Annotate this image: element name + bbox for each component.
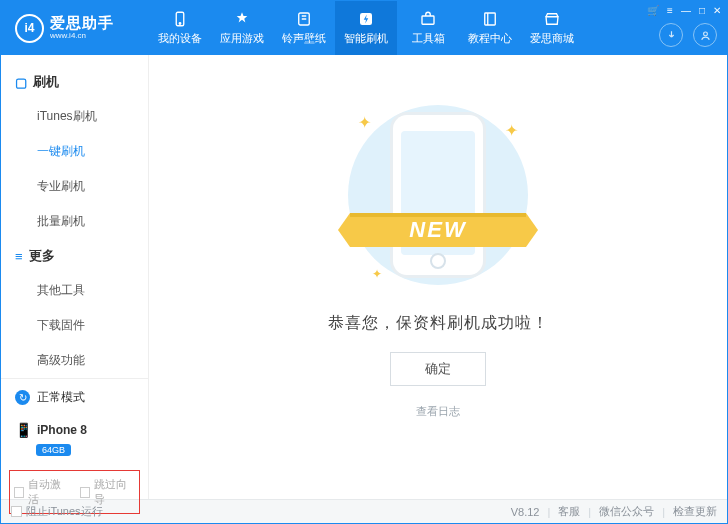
nav-label: 教程中心: [468, 31, 512, 46]
sidebar-item[interactable]: iTunes刷机: [1, 99, 148, 134]
user-button[interactable]: [693, 23, 717, 47]
maximize-icon[interactable]: □: [699, 5, 705, 16]
sidebar-group-label: 刷机: [33, 73, 59, 91]
device-row[interactable]: 📱 iPhone 8: [1, 416, 148, 439]
storage-badge: 64GB: [36, 444, 71, 456]
shop-icon: [542, 10, 562, 28]
nav-toolbox[interactable]: 工具箱: [397, 1, 459, 55]
logo-name: 爱思助手: [50, 15, 114, 32]
phone-icon: [170, 10, 190, 28]
sparkle-icon: ✦: [358, 113, 371, 132]
svg-rect-4: [422, 16, 434, 24]
nav-label: 我的设备: [158, 31, 202, 46]
logo-icon: i4: [15, 14, 44, 43]
phone-icon: 📱: [15, 422, 30, 437]
nav-phone[interactable]: 我的设备: [149, 1, 211, 55]
auto-activate-checkbox[interactable]: 自动激活: [14, 477, 70, 507]
svg-rect-5: [485, 13, 496, 25]
skip-guide-checkbox[interactable]: 跳过向导: [80, 477, 136, 507]
nav-label: 智能刷机: [344, 31, 388, 46]
nav-shop[interactable]: 爱思商城: [521, 1, 583, 55]
nav-label: 应用游戏: [220, 31, 264, 46]
sidebar-item[interactable]: 专业刷机: [1, 169, 148, 204]
flash-icon: [356, 10, 376, 28]
nav-book[interactable]: 教程中心: [459, 1, 521, 55]
device-mode-label: 正常模式: [37, 389, 85, 406]
minimize-icon[interactable]: —: [681, 5, 691, 16]
device-name: iPhone 8: [37, 423, 87, 437]
nav-apps[interactable]: 应用游戏: [211, 1, 273, 55]
svg-point-1: [179, 23, 181, 25]
device-mode[interactable]: ↻ 正常模式: [1, 379, 148, 416]
close-icon[interactable]: ✕: [713, 5, 721, 16]
list-icon: ≡: [15, 249, 23, 264]
nav-ring[interactable]: 铃声壁纸: [273, 1, 335, 55]
support-link[interactable]: 客服: [558, 504, 580, 519]
title-bar: i4 爱思助手 www.i4.cn 我的设备应用游戏铃声壁纸智能刷机工具箱教程中…: [1, 1, 727, 55]
window-controls: 🛒 ≡ — □ ✕: [647, 5, 721, 16]
download-button[interactable]: [659, 23, 683, 47]
cart-icon[interactable]: 🛒: [647, 5, 659, 16]
view-log-link[interactable]: 查看日志: [416, 404, 460, 419]
nav-label: 铃声壁纸: [282, 31, 326, 46]
wechat-link[interactable]: 微信公众号: [599, 504, 654, 519]
sidebar-group-flash[interactable]: ▢ 刷机: [1, 65, 148, 99]
sidebar-item[interactable]: 一键刷机: [1, 134, 148, 169]
apps-icon: [232, 10, 252, 28]
success-illustration: ✦ ✦ ✦ NEW: [328, 95, 548, 295]
logo-url: www.i4.cn: [50, 32, 114, 41]
nav-label: 爱思商城: [530, 31, 574, 46]
svg-point-7: [703, 31, 707, 35]
sidebar-item[interactable]: 批量刷机: [1, 204, 148, 239]
sidebar-item[interactable]: 高级功能: [1, 343, 148, 378]
refresh-icon: ↻: [15, 390, 30, 405]
version-label: V8.12: [511, 506, 540, 518]
ok-button[interactable]: 确定: [390, 352, 486, 386]
toolbox-icon: [418, 10, 438, 28]
sparkle-icon: ✦: [505, 121, 518, 140]
menu-icon[interactable]: ≡: [667, 5, 673, 16]
sidebar-group-label: 更多: [29, 247, 55, 265]
sidebar-group-more[interactable]: ≡ 更多: [1, 239, 148, 273]
success-message: 恭喜您，保资料刷机成功啦！: [328, 313, 549, 334]
sidebar-item[interactable]: 下载固件: [1, 308, 148, 343]
phone-outline-icon: ▢: [15, 75, 27, 90]
new-ribbon: NEW: [338, 205, 538, 255]
sidebar: ▢ 刷机 iTunes刷机一键刷机专业刷机批量刷机 ≡ 更多 其他工具下载固件高…: [1, 55, 149, 499]
main-content: ✦ ✦ ✦ NEW 恭喜您，保资料刷机成功啦！ 确定 查看日志: [149, 55, 727, 499]
logo: i4 爱思助手 www.i4.cn: [1, 14, 149, 43]
top-nav: 我的设备应用游戏铃声壁纸智能刷机工具箱教程中心爱思商城: [149, 1, 583, 55]
block-itunes-checkbox[interactable]: 阻止iTunes运行: [11, 504, 103, 519]
nav-flash[interactable]: 智能刷机: [335, 1, 397, 55]
check-update-link[interactable]: 检查更新: [673, 504, 717, 519]
sparkle-icon: ✦: [372, 267, 382, 281]
book-icon: [480, 10, 500, 28]
sidebar-item[interactable]: 其他工具: [1, 273, 148, 308]
nav-label: 工具箱: [412, 31, 445, 46]
ring-icon: [294, 10, 314, 28]
